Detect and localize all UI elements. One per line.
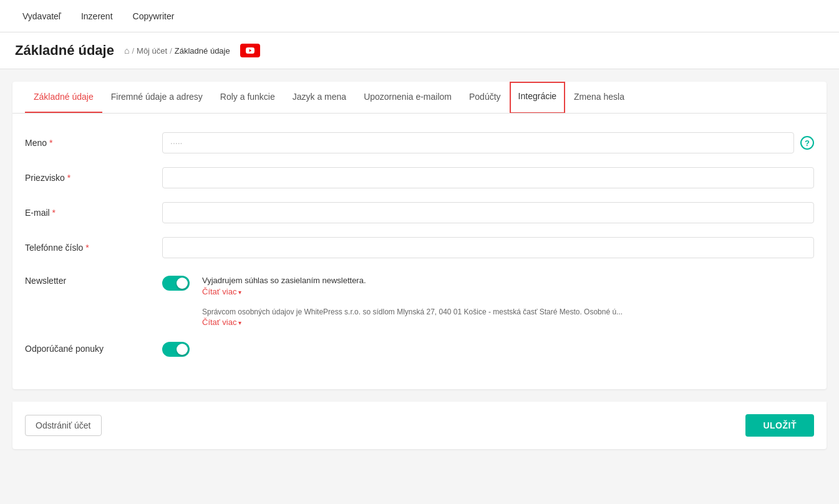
form-row-priezvisko: Priezvisko * xyxy=(25,167,814,188)
label-email: E-mail * xyxy=(25,208,162,218)
tab-zmena-hesla[interactable]: Zmena hesla xyxy=(565,82,633,114)
toggle-wrap-newsletter: Vyjadrujem súhlas so zasielaním newslett… xyxy=(162,274,814,327)
label-newsletter: Newsletter xyxy=(25,274,162,286)
toggle-odporucane[interactable] xyxy=(162,342,190,357)
newsletter-read-more-1[interactable]: Čítať viac xyxy=(202,287,623,296)
input-telefon[interactable] xyxy=(162,237,814,258)
tab-roly-funkcie[interactable]: Roly a funkcie xyxy=(211,82,284,114)
newsletter-consent-text: Vyjadrujem súhlas so zasielaním newslett… xyxy=(202,274,623,287)
toggle-knob-odporucane xyxy=(177,344,188,355)
top-navigation: Vydavateľ Inzerent Copywriter xyxy=(0,0,839,32)
toggle-slider-newsletter xyxy=(162,276,190,291)
tab-poducky[interactable]: Podúčty xyxy=(460,82,510,114)
breadcrumb: ⌂ / Môj účet / Základné údaje xyxy=(124,46,230,56)
input-wrap-priezvisko xyxy=(162,167,814,188)
content-area: Základné údaje Firemné údaje a adresy Ro… xyxy=(12,82,827,389)
toggle-wrap-odporucane xyxy=(162,341,814,357)
breadcrumb-sep1: / xyxy=(132,46,134,56)
save-button[interactable]: ULOŽIŤ xyxy=(745,414,814,437)
youtube-button[interactable] xyxy=(240,44,260,57)
input-email[interactable] xyxy=(162,202,814,223)
form-area: Meno * ? Priezvisko * E-mail * xyxy=(12,114,827,389)
toggle-slider-odporucane xyxy=(162,342,190,357)
form-row-meno: Meno * ? xyxy=(25,132,814,153)
toggle-newsletter[interactable] xyxy=(162,276,190,291)
input-wrap-email xyxy=(162,202,814,223)
input-wrap-telefon xyxy=(162,237,814,258)
footer-bar: Odstrániť účet ULOŽIŤ xyxy=(12,402,827,449)
tabs-container: Základné údaje Firemné údaje a adresy Ro… xyxy=(12,82,827,114)
newsletter-privacy-text: Správcom osobných údajov je WhitePress s… xyxy=(202,306,623,317)
page-title: Základné údaje xyxy=(15,42,114,59)
help-icon-meno[interactable]: ? xyxy=(800,136,814,150)
tab-jazyk-mena[interactable]: Jazyk a mena xyxy=(284,82,355,114)
toggle-knob-newsletter xyxy=(177,278,188,289)
label-odporucane: Odporúčané ponuky xyxy=(25,344,162,354)
breadcrumb-account[interactable]: Môj účet xyxy=(137,46,167,56)
nav-vydavatel[interactable]: Vydavateľ xyxy=(12,0,71,32)
input-wrap-meno: ? xyxy=(162,132,814,153)
tab-upozornenia[interactable]: Upozornenia e-mailom xyxy=(355,82,460,114)
nav-copywriter[interactable]: Copywriter xyxy=(123,0,185,32)
page-header: Základné údaje ⌂ / Môj účet / Základné ú… xyxy=(0,32,839,69)
label-telefon: Telefónne číslo * xyxy=(25,243,162,253)
form-row-telefon: Telefónne číslo * xyxy=(25,237,814,258)
form-row-newsletter: Newsletter Vyjadrujem súhlas so zasielan… xyxy=(25,272,814,327)
breadcrumb-sep2: / xyxy=(170,46,172,56)
label-meno: Meno * xyxy=(25,138,162,148)
breadcrumb-current: Základné údaje xyxy=(175,46,230,56)
input-meno[interactable] xyxy=(162,132,794,153)
delete-account-button[interactable]: Odstrániť účet xyxy=(25,415,102,436)
tab-firemne-udaje[interactable]: Firemné údaje a adresy xyxy=(102,82,211,114)
breadcrumb-home[interactable]: ⌂ xyxy=(124,46,129,56)
tab-integracie[interactable]: Integrácie xyxy=(510,82,565,114)
input-priezvisko[interactable] xyxy=(162,167,814,188)
nav-inzerent[interactable]: Inzerent xyxy=(71,0,123,32)
tab-zakladne-udaje[interactable]: Základné údaje xyxy=(25,82,102,114)
label-priezvisko: Priezvisko * xyxy=(25,173,162,183)
newsletter-read-more-2[interactable]: Čítať viac xyxy=(202,317,623,327)
form-row-odporucane: Odporúčané ponuky xyxy=(25,341,814,357)
newsletter-info: Vyjadrujem súhlas so zasielaním newslett… xyxy=(202,274,623,327)
form-row-email: E-mail * xyxy=(25,202,814,223)
